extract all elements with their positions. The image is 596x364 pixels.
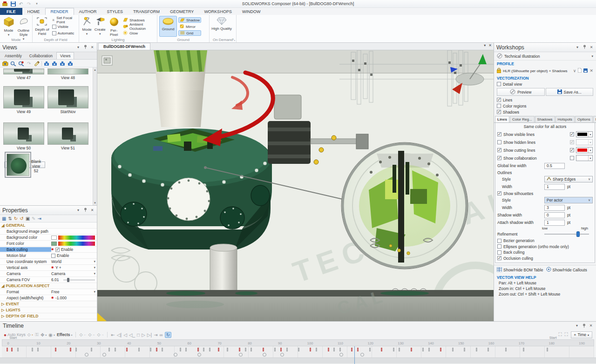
color-regions-checkbox[interactable]: Color regions [494,103,596,109]
rotate-ccw-icon[interactable]: ↺ [20,216,23,221]
preview-button[interactable]: Preview [497,88,545,96]
camera-view-icon-1[interactable] [43,60,50,67]
view-thumbnail-selected[interactable]: Blank view 52 [4,162,45,168]
alphabetical-icon[interactable]: ⇅ [8,216,12,221]
timeline-key[interactable] [316,348,317,351]
timeline-ring-marker[interactable] [197,353,201,357]
timeline-key[interactable] [239,348,240,351]
timeline-key[interactable] [357,348,359,351]
camera-view-icon-3[interactable] [59,60,66,67]
show-visible-lines-row[interactable]: Show visible lines ▾ [497,130,593,138]
shadows-checkbox[interactable]: Shadows [494,109,596,115]
lighting-mode-button[interactable]: Mode▾ [81,16,93,37]
timeline-key[interactable] [411,348,412,351]
viewport-image-icon[interactable] [102,56,112,65]
edit-icon[interactable]: ✎ [32,216,35,221]
silhouette-style-dropdown[interactable]: Per actor∨ [544,197,593,203]
property-row-bg-color[interactable]: Background color [0,235,97,241]
profile-dropdown-icon[interactable]: ∨ [573,68,576,73]
timeline-menu-icon[interactable]: ▾ [575,324,579,329]
profile-save-icon[interactable] [583,68,588,74]
go-start-button[interactable]: ⇤ [111,332,115,337]
view-thumbnail[interactable]: View 51 [47,122,88,150]
high-quality-button[interactable]: High Quality [211,16,232,37]
zoom-sel-icon[interactable]: ⛶ [565,332,568,337]
font-color-swatch[interactable] [51,242,57,246]
zoom-fit-icon[interactable]: ⛶ [559,332,562,337]
ground-shadow-button[interactable]: Shadow [178,17,201,23]
refinement-slider[interactable] [544,234,589,235]
property-row-camera[interactable]: CameraCamera▾ [0,271,97,277]
set-focal-point-button[interactable]: ✳Set Focal Point [51,17,77,23]
section-general[interactable]: ◢GENERAL [0,222,97,229]
profile-delete-icon[interactable]: ✕ [589,68,593,73]
timeline-key[interactable] [11,348,13,351]
tab-collaboration[interactable]: Collaboration [26,52,56,59]
go-end-button[interactable]: ⇥ [154,332,157,337]
timeline-ring-marker[interactable] [360,353,364,357]
show-hidden-lines-row[interactable]: Show hidden lines ▾ [497,138,593,146]
ground-button[interactable]: Ground [159,16,177,37]
show-cutting-lines-row[interactable]: Show cutting lines ▾ [497,146,593,154]
lines-checkbox[interactable]: Lines [494,97,596,103]
property-row-font-color[interactable]: Font color [0,241,97,247]
doc-menu-icon[interactable]: ▾ [484,43,486,47]
timeline-key[interactable] [476,348,477,351]
timeline-key[interactable] [75,348,77,351]
timeline-key[interactable] [70,348,71,351]
effects-button[interactable]: Effects ▾ [57,332,72,337]
property-row-back-culling[interactable]: Back culling✱Enable [0,247,97,253]
depth-of-field-button[interactable]: Depth of Field [34,16,50,37]
section-event[interactable]: ▷EVENT [0,301,97,307]
play-button[interactable]: ▷ [142,332,145,337]
document-tab[interactable]: BullDOG80-DFWrench [98,43,150,50]
timeline-key[interactable] [339,348,341,351]
timeline-key[interactable] [263,348,264,351]
timeline-key[interactable] [280,348,282,351]
silhouette-width-input[interactable]: 3 [544,205,565,211]
workshops-close-icon[interactable]: ✕ [589,45,594,49]
section-publication-aspect[interactable]: ◢PUBLICATION ASPECT [0,283,97,289]
properties-pin-icon[interactable] [83,208,88,213]
timeline-key[interactable] [32,348,33,351]
view-thumbnail[interactable]: View 47 [3,68,44,80]
timeline-key[interactable] [17,348,19,351]
categorized-icon[interactable]: ▦ [2,216,6,221]
tab-shadows[interactable]: Shadows [535,116,555,122]
timeline-key[interactable] [333,348,335,351]
timeline-key[interactable] [310,348,311,351]
tab-transform[interactable]: TRANSFORM [128,8,165,15]
per-pixel-button[interactable]: Per-Pixel [107,16,121,37]
glow-button[interactable]: Glow [122,30,155,36]
profile-row[interactable]: HLR (Silhouette per object) + Shadows ∨ … [494,67,596,75]
tab-geometry[interactable]: GEOMETRY [165,8,199,15]
property-row-motion-blur[interactable]: Motion blurEnable [0,253,97,259]
timeline-key[interactable] [452,348,454,351]
timeline-close-icon[interactable]: ✕ [589,324,593,329]
timeline-key[interactable] [369,348,371,351]
file-tab[interactable]: FILE [0,8,22,15]
shadow-width-input[interactable]: 0 [544,212,565,218]
visible-line-color-dropdown[interactable]: ▾ [576,131,593,137]
occlusion-culling-checkbox[interactable]: Occlusion culling [497,256,593,262]
ground-mirror-button[interactable]: Mirror [178,24,201,29]
save-as-button[interactable]: Save As... [546,88,594,96]
play-reverse-button[interactable]: ◁_ [129,332,135,337]
timeline-key[interactable] [126,348,128,351]
timeline-ring-marker[interactable] [85,353,88,357]
workshops-pin-icon[interactable] [582,45,587,50]
tab-assembly[interactable]: Assembly [1,52,26,59]
views-menu-icon[interactable]: ▾ [76,45,81,49]
properties-menu-icon[interactable]: ▾ [76,208,81,212]
timeline-ring-marker[interactable] [339,353,343,357]
properties-close-icon[interactable]: ✕ [90,208,95,212]
fov-slider[interactable] [63,280,95,280]
move-key-left-icon[interactable]: ⬦← [79,332,86,337]
bezier-generation-checkbox[interactable]: Bezier generation [497,238,593,244]
repeat-button[interactable]: ↻ [165,332,171,338]
step-back-button[interactable]: ◁ [123,332,127,337]
timeline-key[interactable] [381,348,382,351]
key-filter-icon[interactable]: ⚿ [35,332,39,337]
tab-render[interactable]: RENDER [45,8,74,15]
timeline-key[interactable] [218,348,219,351]
